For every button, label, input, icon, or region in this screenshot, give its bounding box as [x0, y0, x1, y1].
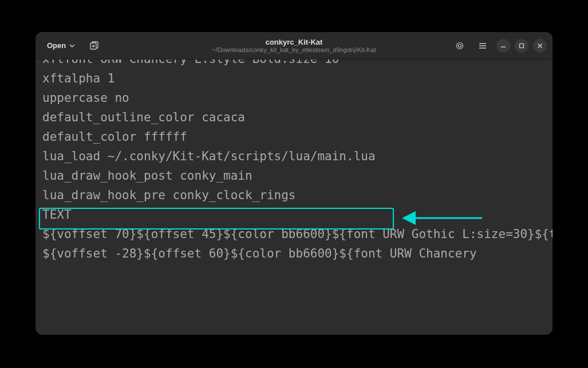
text-editor-area[interactable]: xftfont URW Chancery L:style Bold:size 1…: [35, 60, 553, 335]
hamburger-icon: [478, 41, 487, 50]
hamburger-menu-button[interactable]: [473, 37, 492, 55]
code-line: default_color ffffff: [42, 127, 546, 147]
code-line: uppercase no: [42, 88, 546, 108]
settings-button[interactable]: [451, 37, 469, 55]
code-line: TEXT: [42, 205, 546, 224]
chevron-down-icon: [69, 43, 75, 49]
titlebar: Open conkyrc_Kit-Kat ~/Downloads/conky_k…: [35, 32, 553, 60]
open-label: Open: [47, 41, 66, 50]
svg-rect-3: [520, 43, 524, 48]
window-title: conkyrc_Kit-Kat: [266, 38, 323, 46]
code-line: ${voffset -28}${offset 60}${color bb6600…: [42, 244, 546, 263]
code-line: lua_draw_hook_post conky_main: [42, 166, 546, 185]
code-line: lua_load ~/.conky/Kit-Kat/scripts/lua/ma…: [42, 147, 546, 166]
code-line: lua_draw_hook_pre conky_clock_rings: [42, 185, 546, 205]
gear-icon: [455, 41, 464, 50]
close-button[interactable]: [533, 39, 547, 53]
svg-point-1: [457, 42, 463, 49]
new-tab-icon: [90, 41, 99, 50]
close-icon: [537, 43, 543, 49]
editor-window: Open conkyrc_Kit-Kat ~/Downloads/conky_k…: [35, 32, 553, 335]
right-controls: [451, 37, 547, 55]
code-line: xftfont URW Chancery L:style Bold:size 1…: [42, 60, 546, 69]
title-section: conkyrc_Kit-Kat ~/Downloads/conky_kit_ka…: [212, 38, 376, 53]
window-subtitle: ~/Downloads/conky_kit_kat_by_etlesteam_d…: [212, 46, 376, 53]
minimize-icon: [500, 43, 506, 49]
new-tab-button[interactable]: [85, 37, 104, 55]
maximize-button[interactable]: [515, 39, 528, 53]
minimize-button[interactable]: [496, 39, 510, 53]
code-line: xftalpha 1: [42, 69, 546, 88]
open-button[interactable]: Open: [41, 38, 81, 53]
code-line: ${voffset 70}${offset 45}${color bb6600}…: [42, 224, 546, 244]
svg-point-2: [459, 44, 461, 47]
code-line: default_outline_color cacaca: [42, 108, 546, 127]
maximize-icon: [519, 43, 524, 49]
